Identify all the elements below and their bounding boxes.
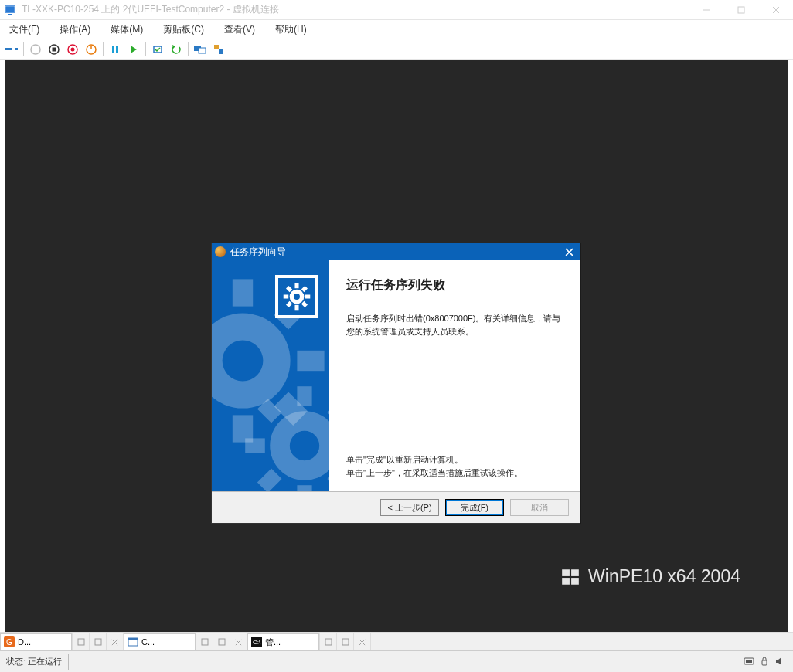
menu-help[interactable]: 帮助(H) — [271, 22, 311, 38]
taskbar-overflow-button[interactable] — [196, 633, 213, 650]
taskbar-close-button[interactable] — [106, 633, 123, 650]
svg-rect-75 — [342, 639, 349, 645]
cancel-button: 取消 — [510, 499, 569, 516]
turnoff-button[interactable] — [46, 41, 63, 58]
svg-rect-53 — [294, 283, 298, 288]
svg-rect-18 — [116, 46, 118, 53]
reset-button[interactable] — [125, 41, 142, 58]
svg-rect-49 — [257, 399, 282, 423]
wizard-hint-line: 单击"完成"以重新启动计算机。 — [346, 453, 563, 467]
taskbar-close-button[interactable] — [353, 633, 370, 650]
toolbar-separator — [145, 42, 146, 56]
svg-rect-44 — [297, 485, 311, 491]
svg-rect-24 — [214, 45, 219, 49]
taskbar-label: C... — [141, 637, 155, 647]
start-button[interactable] — [27, 41, 44, 58]
nic-icon — [744, 656, 754, 668]
close-button[interactable] — [758, 0, 793, 20]
menu-file[interactable]: 文件(F) — [5, 22, 44, 38]
window-controls — [689, 0, 793, 20]
taskbar-label: 管... — [265, 636, 281, 648]
windows-logo-icon — [560, 567, 580, 587]
wizard-titlebar[interactable]: 任务序列向导 — [212, 243, 580, 260]
minimize-button[interactable] — [689, 0, 723, 20]
finish-button[interactable]: 完成(F) — [445, 499, 504, 516]
svg-point-51 — [290, 431, 319, 460]
taskbar-overflow-button[interactable] — [72, 633, 89, 650]
taskbar-group: C... — [124, 633, 247, 651]
taskbar-overflow-button[interactable] — [89, 633, 106, 650]
svg-rect-7 — [5, 48, 9, 50]
menu-view[interactable]: 查看(V) — [220, 22, 260, 38]
vm-viewport: WinPE10 x64 2004 任务序列向导 — [0, 60, 793, 647]
svg-text:C:\: C:\ — [253, 639, 261, 646]
gear-icon — [283, 283, 311, 311]
checkpoint-button[interactable] — [149, 41, 166, 58]
wizard-icon — [215, 246, 226, 257]
terminal-icon: C:\ — [251, 636, 262, 647]
svg-rect-29 — [571, 578, 579, 585]
svg-rect-50 — [327, 468, 329, 491]
svg-rect-56 — [305, 294, 310, 298]
svg-point-61 — [294, 294, 300, 300]
svg-marker-81 — [776, 657, 781, 665]
svg-rect-12 — [53, 47, 56, 51]
wizard-hint-line: 单击"上一步"，在采取适当措施后重试该操作。 — [346, 467, 563, 480]
svg-rect-25 — [219, 49, 223, 54]
enhanced-session-button[interactable] — [192, 41, 209, 58]
svg-rect-48 — [257, 468, 282, 491]
svg-rect-27 — [571, 569, 579, 576]
shutdown-button[interactable] — [64, 41, 81, 58]
svg-rect-80 — [762, 660, 767, 665]
status-text: 状态: 正在运行 — [0, 654, 69, 670]
wizard-side-icon — [275, 275, 318, 318]
maximize-button[interactable] — [723, 0, 758, 20]
app-icon — [4, 4, 16, 16]
wizard-close-button[interactable] — [561, 246, 577, 258]
taskbar-item[interactable]: C:\ 管... — [247, 633, 319, 650]
taskbar-overflow-button[interactable] — [213, 633, 230, 650]
menu-clipboard[interactable]: 剪贴板(C) — [158, 22, 209, 38]
taskbar-item[interactable]: C... — [124, 633, 196, 650]
ctrl-alt-del-button[interactable] — [3, 41, 20, 58]
wizard-side-panel — [212, 260, 329, 491]
share-button[interactable] — [210, 41, 227, 58]
host-taskbar: G D... C... C:\ 管... — [0, 632, 793, 650]
menu-media[interactable]: 媒体(M) — [106, 22, 148, 38]
save-button[interactable] — [83, 41, 100, 58]
menu-action[interactable]: 操作(A) — [55, 22, 95, 38]
svg-rect-69 — [219, 639, 225, 645]
taskbar-item[interactable]: G D... — [0, 633, 72, 650]
svg-rect-68 — [202, 639, 208, 645]
svg-rect-4 — [738, 7, 744, 13]
menu-bar: 文件(F) 操作(A) 媒体(M) 剪贴板(C) 查看(V) 帮助(H) — [0, 20, 793, 39]
taskbar-overflow-button[interactable] — [336, 633, 353, 650]
svg-rect-2 — [8, 14, 12, 15]
svg-rect-8 — [9, 48, 12, 50]
svg-rect-45 — [245, 438, 265, 453]
svg-point-41 — [223, 341, 264, 382]
window-title: TL-XXK-PC10-254 上的 2代UEFI-TestComputer2 … — [20, 3, 689, 16]
svg-point-14 — [71, 47, 75, 51]
wizard-message-line: 您的系统管理员或支持人员联系。 — [346, 325, 563, 338]
status-bar: 状态: 正在运行 — [0, 650, 793, 672]
taskbar-overflow-button[interactable] — [319, 633, 336, 650]
task-sequence-wizard: 任务序列向导 — [211, 243, 580, 524]
taskbar-close-button[interactable] — [230, 633, 247, 650]
toolbar-separator — [103, 42, 104, 56]
svg-rect-17 — [112, 46, 114, 53]
svg-rect-36 — [297, 351, 324, 371]
taskbar-group: C:\ 管... — [247, 633, 371, 651]
watermark-text: WinPE10 x64 2004 — [588, 566, 740, 587]
pause-button[interactable] — [107, 41, 124, 58]
svg-rect-67 — [128, 638, 138, 640]
revert-button[interactable] — [168, 41, 185, 58]
back-button[interactable]: < 上一步(P) — [380, 499, 439, 516]
wizard-footer: < 上一步(P) 完成(F) 取消 — [212, 492, 580, 523]
svg-rect-26 — [562, 569, 570, 576]
speaker-icon — [774, 656, 785, 668]
svg-marker-19 — [131, 46, 137, 53]
svg-rect-47 — [327, 399, 329, 423]
vm-desktop[interactable]: WinPE10 x64 2004 任务序列向导 — [5, 60, 788, 645]
svg-rect-54 — [294, 305, 298, 310]
